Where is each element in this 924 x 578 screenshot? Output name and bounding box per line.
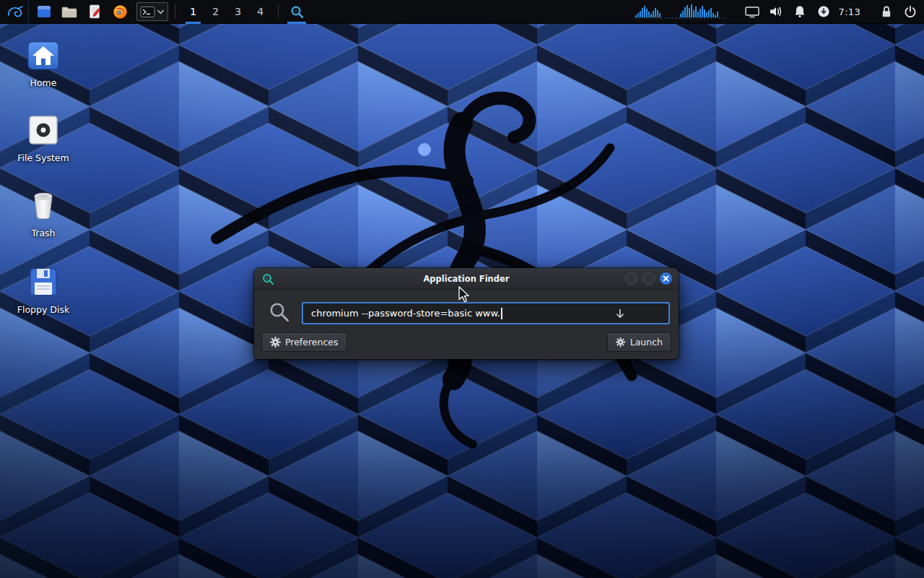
taskbar-app-finder[interactable]	[285, 0, 308, 24]
document-pencil-icon	[87, 4, 102, 19]
chevron-down-icon[interactable]	[157, 9, 165, 15]
text-editor-launcher[interactable]	[84, 1, 105, 22]
text-caret	[501, 308, 502, 319]
window-icon	[37, 5, 51, 18]
desktop-icon-label: File System	[17, 152, 69, 163]
launch-icon	[616, 337, 626, 348]
maximize-button[interactable]	[642, 272, 655, 285]
magnifier-icon	[290, 5, 304, 19]
firefox-launcher[interactable]	[110, 1, 130, 22]
gear-icon	[270, 337, 281, 348]
audio-visualizer[interactable]	[635, 4, 726, 19]
system-tray: 7:13	[635, 4, 924, 20]
launch-button[interactable]: Launch	[607, 332, 671, 352]
status-tray-icon[interactable]	[816, 4, 832, 20]
desktop-icon-home[interactable]: Home	[9, 39, 78, 88]
preferences-label: Preferences	[285, 337, 339, 348]
workspace-1[interactable]: 1	[182, 0, 204, 24]
minimize-button[interactable]	[625, 272, 637, 285]
desktop-icon-label: Trash	[31, 228, 55, 238]
application-finder-window: Application Finder chromium --password-s…	[254, 268, 679, 359]
whisker-menu-launcher[interactable]	[34, 1, 54, 22]
blue-orb-artwork	[418, 143, 431, 156]
desktop-icon-label: Floppy Disk	[17, 304, 69, 315]
desktop-icon-file-system[interactable]: File System	[9, 114, 78, 163]
launch-label: Launch	[630, 337, 663, 348]
panel-clock[interactable]: 7:13	[839, 7, 860, 17]
file-manager-launcher[interactable]	[59, 1, 79, 22]
window-title: Application Finder	[254, 274, 679, 284]
preferences-button[interactable]: Preferences	[261, 332, 347, 352]
kali-menu-button[interactable]	[0, 0, 29, 24]
firefox-icon	[113, 4, 128, 20]
close-icon	[663, 275, 669, 282]
history-dropdown-button[interactable]	[614, 307, 627, 320]
search-icon	[269, 301, 290, 323]
top-panel: 1 2 3 4	[0, 0, 924, 24]
arrow-down-icon	[615, 309, 625, 319]
trash-icon	[27, 189, 60, 221]
display-tray-icon[interactable]	[744, 4, 760, 20]
desktop-icon-floppy-disk[interactable]: Floppy Disk	[9, 266, 78, 315]
titlebar[interactable]: Application Finder	[254, 268, 679, 290]
terminal-icon	[140, 6, 155, 18]
panel-separator	[278, 4, 279, 19]
volume-tray-icon[interactable]	[768, 4, 784, 20]
power-logout-icon[interactable]	[902, 4, 918, 20]
home-icon	[27, 39, 60, 71]
lock-screen-icon[interactable]	[879, 4, 894, 20]
workspace-2[interactable]: 2	[204, 0, 227, 24]
notifications-tray-icon[interactable]	[792, 4, 808, 20]
desktop-icon-label: Home	[30, 77, 57, 88]
file-system-icon	[27, 114, 60, 146]
close-button[interactable]	[660, 272, 672, 285]
search-input-text: chromium --password-store=basic www.	[311, 308, 500, 319]
workspace-4[interactable]: 4	[249, 0, 271, 24]
terminal-launcher-group[interactable]	[136, 2, 168, 21]
kali-logo-icon	[4, 4, 25, 20]
workspace-3[interactable]: 3	[227, 0, 249, 24]
desktop: 1 2 3 4	[0, 0, 924, 578]
desktop-icon-trash[interactable]: Trash	[9, 189, 78, 238]
floppy-disk-icon	[27, 266, 60, 298]
panel-separator	[175, 4, 175, 19]
folder-icon	[61, 5, 77, 18]
